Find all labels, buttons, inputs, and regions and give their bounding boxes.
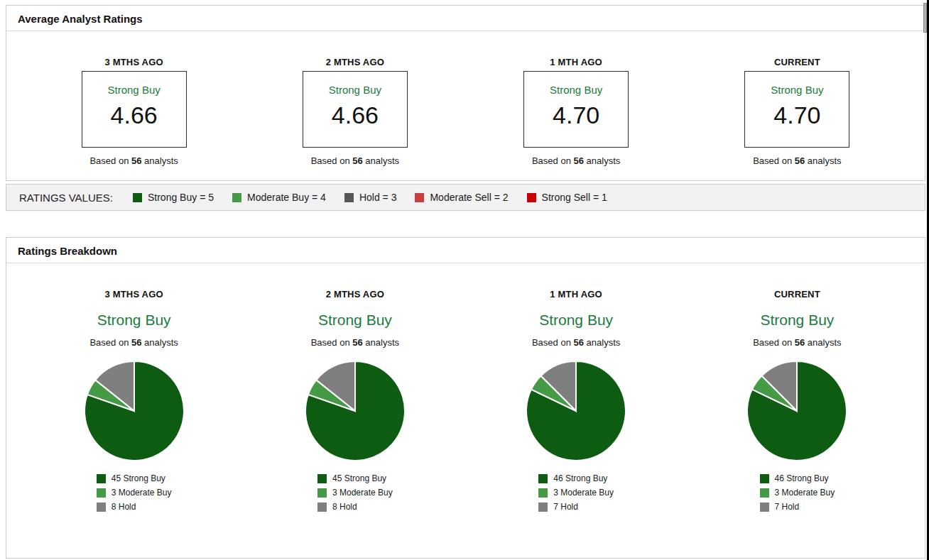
- based-suffix: analysts: [587, 155, 621, 166]
- pie-legend-row: 3 Moderate Buy: [760, 488, 835, 498]
- scrollbar-thumb[interactable]: [923, 3, 927, 33]
- legend-swatch-label: 3 Moderate Buy: [553, 488, 614, 498]
- based-on-analysts: Based on 56 analysts: [466, 337, 687, 348]
- based-prefix: Based on: [311, 155, 350, 166]
- based-on-analysts: Based on 56 analysts: [244, 155, 465, 166]
- analyst-count: 56: [795, 337, 805, 348]
- legend-swatch: [97, 474, 106, 483]
- rating-label: Strong Buy: [524, 84, 628, 96]
- legend-swatch-label: Hold = 3: [359, 192, 397, 203]
- rating-box: Strong Buy 4.66: [82, 71, 187, 148]
- legend-swatch-label: Moderate Sell = 2: [430, 192, 508, 203]
- based-on-analysts: Based on 56 analysts: [244, 337, 465, 348]
- period-label: 2 MTHS AGO: [244, 57, 465, 67]
- legend-swatch-label: Strong Sell = 1: [542, 192, 607, 203]
- rating-box: Strong Buy 4.70: [744, 71, 849, 148]
- legend-swatch-label: 7 Hold: [553, 502, 578, 512]
- analyst-count: 56: [131, 337, 141, 348]
- overall-rating-label: Strong Buy: [23, 312, 244, 329]
- legend-swatch-label: 3 Moderate Buy: [112, 488, 172, 498]
- based-prefix: Based on: [89, 337, 129, 348]
- rating-box: Strong Buy 4.70: [523, 71, 629, 148]
- legend-swatch: [317, 503, 327, 512]
- pie-legend-row: 3 Moderate Buy: [317, 488, 393, 498]
- pie-legend-row: 45 Strong Buy: [97, 473, 172, 483]
- legend-swatch: [344, 193, 354, 202]
- pie-legend-row: 8 Hold: [97, 502, 172, 512]
- period-label: CURRENT: [687, 57, 908, 67]
- legend-swatch: [538, 488, 548, 498]
- pie-legend-row: 7 Hold: [760, 502, 835, 512]
- legend-swatch-label: Moderate Buy = 4: [247, 192, 326, 203]
- analyst-count: 56: [574, 155, 584, 166]
- legend-swatch: [232, 193, 241, 202]
- ratings-pie-chart: [525, 360, 627, 462]
- pie-legend: 46 Strong Buy3 Moderate Buy7 Hold: [760, 473, 835, 512]
- average-rating-column: 2 MTHS AGO Strong Buy 4.66 Based on 56 a…: [244, 31, 465, 166]
- ratings-pie-chart: [304, 360, 406, 462]
- legend-swatch: [133, 193, 142, 202]
- ratings-values-item: Moderate Sell = 2: [415, 192, 508, 203]
- pie-legend: 45 Strong Buy3 Moderate Buy8 Hold: [317, 473, 393, 512]
- legend-swatch: [538, 503, 548, 512]
- analyst-count: 56: [352, 337, 362, 348]
- based-on-analysts: Based on 56 analysts: [687, 337, 908, 348]
- legend-swatch: [97, 503, 106, 512]
- legend-swatch: [527, 193, 536, 202]
- ratings-values-bar: RATINGS VALUES: Strong Buy = 5 Moderate …: [6, 184, 925, 211]
- based-suffix: analysts: [365, 337, 399, 348]
- based-prefix: Based on: [311, 337, 350, 348]
- ratings-breakdown-title: Ratings Breakdown: [6, 238, 925, 263]
- ratings-values-item: Hold = 3: [344, 192, 397, 203]
- average-analyst-ratings-panel: Average Analyst Ratings 3 MTHS AGO Stron…: [6, 5, 925, 181]
- rating-value: 4.66: [303, 101, 407, 129]
- legend-swatch: [415, 193, 424, 202]
- legend-swatch-label: Strong Buy = 5: [148, 192, 214, 203]
- ratings-breakdown-column: CURRENT Strong Buy Based on 56 analysts …: [687, 263, 908, 516]
- legend-swatch: [538, 474, 548, 483]
- based-suffix: analysts: [144, 337, 178, 348]
- analyst-count: 56: [795, 155, 805, 166]
- ratings-breakdown-columns: 3 MTHS AGO Strong Buy Based on 56 analys…: [6, 263, 925, 516]
- ratings-pie-chart: [83, 360, 185, 462]
- legend-swatch-label: 3 Moderate Buy: [775, 488, 835, 498]
- rating-value: 4.66: [82, 101, 186, 129]
- period-label: 1 MTH AGO: [466, 289, 687, 300]
- legend-swatch: [760, 503, 769, 512]
- based-prefix: Based on: [753, 155, 792, 166]
- based-on-analysts: Based on 56 analysts: [23, 155, 244, 166]
- rating-value: 4.70: [524, 101, 628, 129]
- period-label: CURRENT: [687, 289, 908, 300]
- legend-swatch: [97, 488, 106, 498]
- average-rating-column: 3 MTHS AGO Strong Buy 4.66 Based on 56 a…: [23, 31, 244, 166]
- ratings-values-item: Strong Sell = 1: [527, 192, 607, 203]
- based-on-analysts: Based on 56 analysts: [23, 337, 244, 348]
- period-label: 1 MTH AGO: [466, 57, 687, 67]
- legend-swatch-label: 8 Hold: [112, 502, 136, 512]
- period-label: 3 MTHS AGO: [23, 289, 244, 300]
- period-label: 2 MTHS AGO: [244, 289, 465, 300]
- pie-legend-row: 45 Strong Buy: [317, 473, 393, 483]
- analyst-count: 56: [352, 155, 362, 166]
- based-prefix: Based on: [532, 337, 571, 348]
- pie-legend-row: 46 Strong Buy: [538, 473, 614, 483]
- rating-label: Strong Buy: [303, 84, 407, 96]
- based-suffix: analysts: [144, 155, 178, 166]
- average-rating-column: CURRENT Strong Buy 4.70 Based on 56 anal…: [687, 31, 908, 166]
- legend-swatch: [760, 474, 769, 483]
- pie-legend-row: 3 Moderate Buy: [97, 488, 172, 498]
- ratings-breakdown-column: 3 MTHS AGO Strong Buy Based on 56 analys…: [23, 263, 244, 516]
- ratings-pie-chart: [746, 360, 848, 462]
- pie-legend: 45 Strong Buy3 Moderate Buy8 Hold: [97, 473, 172, 512]
- based-suffix: analysts: [587, 337, 621, 348]
- average-rating-column: 1 MTH AGO Strong Buy 4.70 Based on 56 an…: [466, 31, 687, 166]
- ratings-values-label: RATINGS VALUES:: [19, 192, 113, 204]
- based-on-analysts: Based on 56 analysts: [466, 155, 687, 166]
- pie-legend: 46 Strong Buy3 Moderate Buy7 Hold: [538, 473, 614, 512]
- analyst-count: 56: [131, 155, 141, 166]
- based-prefix: Based on: [753, 337, 792, 348]
- based-suffix: analysts: [365, 155, 399, 166]
- based-on-analysts: Based on 56 analysts: [687, 155, 908, 166]
- overall-rating-label: Strong Buy: [244, 312, 465, 329]
- ratings-breakdown-column: 1 MTH AGO Strong Buy Based on 56 analyst…: [466, 263, 687, 516]
